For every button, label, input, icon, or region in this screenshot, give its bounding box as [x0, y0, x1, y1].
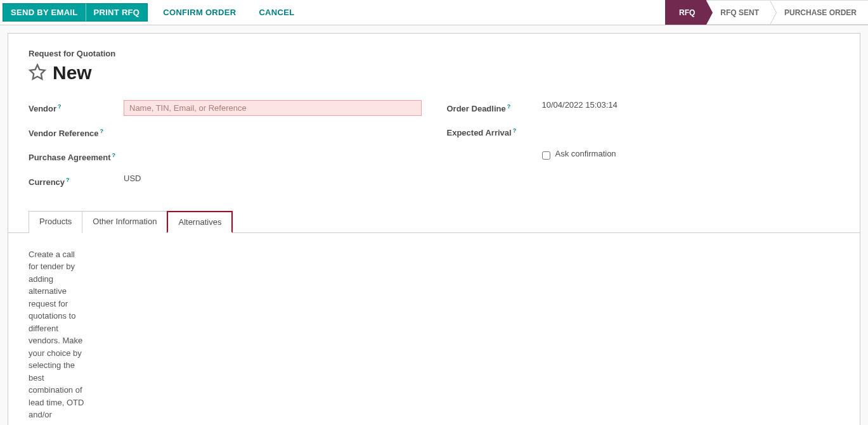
- action-toolbar: SEND BY EMAIL PRINT RFQ CONFIRM ORDER CA…: [0, 0, 868, 25]
- form-header: Request for Quotation New: [29, 49, 839, 84]
- help-icon[interactable]: ?: [58, 103, 62, 110]
- help-icon[interactable]: ?: [112, 152, 116, 158]
- purchase-agreement-label: Purchase Agreement?: [29, 149, 117, 164]
- currency-label: Currency?: [29, 174, 117, 189]
- expected-arrival-label-text: Expected Arrival: [447, 129, 512, 138]
- help-icon[interactable]: ?: [100, 128, 104, 134]
- right-column: Order Deadline? 10/04/2022 15:03:14 Expe…: [447, 100, 840, 198]
- tab-alternatives[interactable]: Alternatives: [167, 211, 233, 233]
- ask-confirmation-label: Ask confirmation: [555, 149, 616, 158]
- status-rfq-sent[interactable]: RFQ SENT: [706, 0, 770, 25]
- vendor-row: Vendor?: [29, 100, 422, 116]
- form-subtitle: Request for Quotation: [29, 49, 839, 58]
- title-row: New: [29, 62, 839, 84]
- currency-row: Currency? USD: [29, 174, 422, 189]
- help-icon[interactable]: ?: [513, 127, 517, 134]
- status-bar: RFQ RFQ SENT PURCHASE ORDER: [665, 0, 868, 25]
- currency-label-text: Currency: [29, 177, 65, 187]
- vendor-label-text: Vendor: [29, 104, 56, 113]
- toolbar-left: SEND BY EMAIL PRINT RFQ CONFIRM ORDER CA…: [0, 0, 302, 25]
- star-icon[interactable]: [29, 63, 46, 83]
- form-columns: Vendor? Vendor Reference? Purchase Agree…: [29, 100, 839, 198]
- vendor-reference-row: Vendor Reference?: [29, 125, 422, 140]
- tab-other-information[interactable]: Other Information: [82, 211, 167, 233]
- vendor-label: Vendor?: [29, 100, 117, 115]
- currency-value[interactable]: USD: [124, 174, 422, 183]
- expected-arrival-label: Expected Arrival?: [447, 124, 536, 139]
- expected-arrival-row: Expected Arrival?: [447, 124, 840, 139]
- cancel-button[interactable]: CANCEL: [251, 4, 302, 21]
- order-deadline-row: Order Deadline? 10/04/2022 15:03:14: [447, 100, 840, 115]
- form-sheet: Request for Quotation New Vendor?: [8, 33, 860, 425]
- purchase-agreement-label-text: Purchase Agreement: [29, 153, 111, 163]
- primary-button-group: SEND BY EMAIL PRINT RFQ: [3, 3, 148, 22]
- print-rfq-button[interactable]: PRINT RFQ: [86, 3, 148, 22]
- status-purchase-order[interactable]: PURCHASE ORDER: [770, 0, 868, 25]
- confirm-order-button[interactable]: CONFIRM ORDER: [155, 4, 243, 21]
- status-rfq[interactable]: RFQ: [665, 0, 706, 25]
- help-icon[interactable]: ?: [66, 177, 70, 183]
- ask-confirmation-checkbox[interactable]: [542, 151, 550, 160]
- vendor-input[interactable]: [124, 100, 422, 116]
- alternatives-tab-content: Create a call for tender by adding alter…: [29, 233, 86, 425]
- vendor-reference-label: Vendor Reference?: [29, 125, 117, 140]
- document-title: New: [53, 62, 92, 84]
- tab-products[interactable]: Products: [29, 211, 82, 233]
- order-deadline-value[interactable]: 10/04/2022 15:03:14: [542, 100, 840, 110]
- left-column: Vendor? Vendor Reference? Purchase Agree…: [29, 100, 422, 198]
- tabs-bar: Products Other Information Alternatives: [8, 210, 860, 233]
- sheet-wrapper: Request for Quotation New Vendor?: [0, 25, 868, 425]
- purchase-agreement-row: Purchase Agreement?: [29, 149, 422, 164]
- order-deadline-label-text: Order Deadline: [447, 104, 506, 113]
- ask-confirmation-wrap: Ask confirmation: [542, 149, 840, 160]
- vendor-reference-label-text: Vendor Reference: [29, 129, 99, 138]
- ask-confirmation-row: Ask confirmation: [447, 149, 840, 160]
- order-deadline-label: Order Deadline?: [447, 100, 536, 115]
- vendor-value: [124, 100, 422, 116]
- help-icon[interactable]: ?: [507, 103, 511, 110]
- send-by-email-button[interactable]: SEND BY EMAIL: [3, 3, 86, 22]
